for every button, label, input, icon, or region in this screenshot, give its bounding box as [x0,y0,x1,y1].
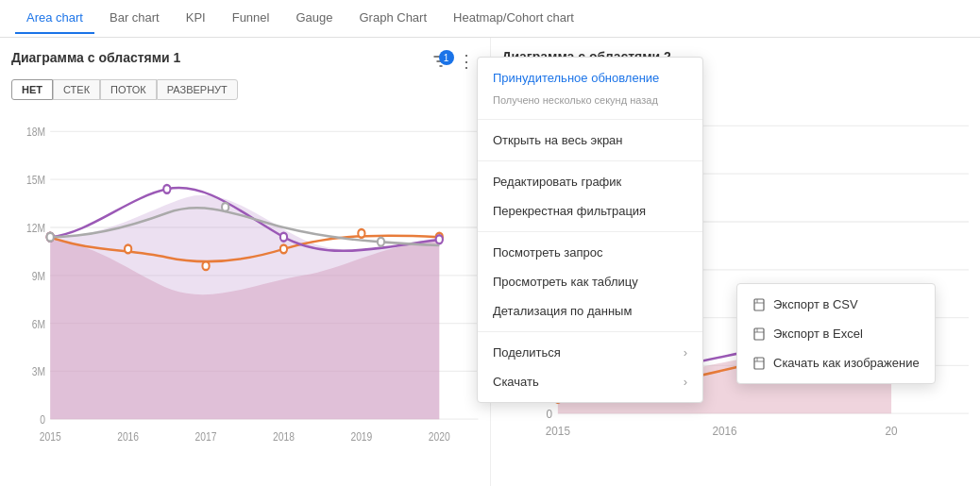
menu-item-share[interactable]: Поделиться › [478,338,702,367]
svg-text:2016: 2016 [712,425,736,439]
menu-subtitle-refresh-time: Получено несколько секунд назад [478,92,702,113]
tab-funnel[interactable]: Funnel [221,3,281,34]
stack-btn-none[interactable]: НЕТ [11,79,53,100]
svg-text:2020: 2020 [429,430,450,443]
tab-gauge[interactable]: Gauge [284,3,344,34]
svg-text:2016: 2016 [117,430,139,443]
share-chevron-icon: › [684,345,687,360]
svg-text:2015: 2015 [545,425,569,439]
chart1-toolbar: 1 ⋮ [433,49,479,74]
menu-item-drill[interactable]: Детализация по данным [478,296,702,326]
svg-point-23 [436,235,443,243]
svg-text:6M: 6M [32,318,45,330]
svg-point-25 [222,203,228,211]
filter-badge: 1 [439,50,454,65]
svg-rect-59 [754,328,764,340]
chart1-title: Диаграмма с областями 1 [11,50,180,65]
menu-item-force-refresh[interactable]: Принудительное обновление [478,63,702,92]
svg-text:2017: 2017 [195,430,217,443]
svg-point-18 [358,229,364,238]
svg-point-21 [163,185,170,193]
context-menu-primary: Принудительное обновление Получено неско… [477,57,703,403]
tab-area-chart[interactable]: Area chart [15,3,94,34]
more-options-button[interactable]: ⋮ [454,49,479,74]
chart1-area: 18M 15M 12M 9M 6M 3M 0 [11,108,479,467]
menu-item-export-excel[interactable]: Экспорт в Excel [737,319,935,348]
menu-divider-4 [478,331,702,332]
menu-item-download-image[interactable]: Скачать как изображение [737,348,935,377]
stack-btn-flow[interactable]: ПОТОК [100,79,157,100]
svg-point-16 [202,261,209,270]
svg-point-17 [280,244,287,253]
download-chevron-icon: › [684,375,687,389]
menu-item-fullscreen[interactable]: Открыть на весь экран [478,126,702,155]
menu-divider-3 [478,231,702,232]
menu-divider-2 [478,160,702,161]
svg-text:0: 0 [40,413,45,426]
svg-point-22 [280,233,287,242]
svg-rect-56 [754,299,764,310]
tab-bar-chart[interactable]: Bar chart [98,3,171,34]
svg-text:12M: 12M [26,222,45,234]
svg-text:0: 0 [546,408,552,422]
svg-rect-62 [754,358,764,369]
menu-divider-1 [478,119,702,120]
tab-heatmap[interactable]: Heatmap/Cohort chart [442,3,585,34]
svg-text:2019: 2019 [350,430,372,443]
svg-point-24 [47,233,54,242]
svg-point-15 [125,244,131,253]
top-navigation: Area chart Bar chart KPI Funnel Gauge Gr… [0,0,980,38]
svg-text:3M: 3M [32,365,45,377]
tab-kpi[interactable]: KPI [175,3,217,34]
menu-item-view-query[interactable]: Посмотреть запрос [478,238,702,267]
svg-text:2015: 2015 [40,430,61,443]
menu-item-export-csv[interactable]: Экспорт в CSV [737,290,935,319]
filter-button[interactable]: 1 [433,54,448,69]
tab-graph-chart[interactable]: Graph Chart [348,3,439,34]
svg-text:15M: 15M [26,174,45,186]
chart-panel-1: Диаграмма с областями 1 1 ⋮ НЕТ СТЕК ПОТ… [0,38,490,486]
svg-text:2018: 2018 [273,430,295,443]
svg-text:20: 20 [885,425,897,439]
menu-item-edit[interactable]: Редактировать график [478,167,702,196]
context-submenu: Экспорт в CSV Экспорт в Excel Скачать ка… [736,283,936,384]
svg-text:9M: 9M [32,270,45,282]
file-csv-icon [752,298,766,311]
menu-item-view-table[interactable]: Просмотреть как таблицу [478,267,702,296]
stack-buttons: НЕТ СТЕК ПОТОК РАЗВЕРНУТ [11,79,479,100]
menu-item-download[interactable]: Скачать › [478,367,702,396]
stack-btn-stek[interactable]: СТЕК [53,79,100,100]
menu-item-cross-filter[interactable]: Перекрестная фильтрация [478,196,702,226]
file-excel-icon [752,327,766,341]
stack-btn-expand[interactable]: РАЗВЕРНУТ [157,79,238,100]
svg-point-26 [378,238,384,246]
file-image-icon [752,357,766,370]
svg-text:18M: 18M [26,126,45,138]
